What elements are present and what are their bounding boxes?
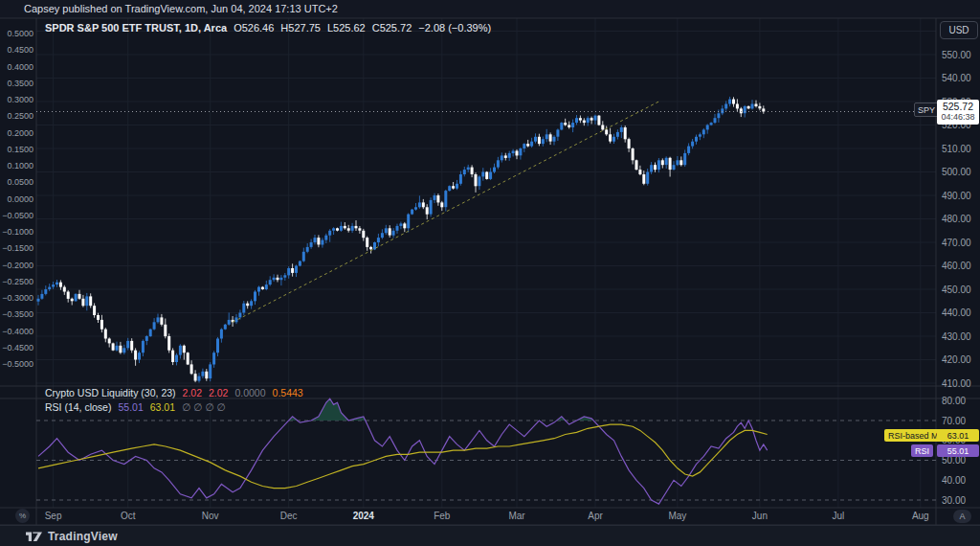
svg-text:Feb: Feb xyxy=(434,511,451,521)
svg-text:0.3000: 0.3000 xyxy=(7,95,33,104)
bar-countdown: 04:46:38 xyxy=(941,112,974,123)
svg-text:510.00: 510.00 xyxy=(942,144,971,154)
svg-text:540.00: 540.00 xyxy=(942,73,971,83)
svg-text:0.3500: 0.3500 xyxy=(7,79,33,88)
svg-text:460.00: 460.00 xyxy=(942,261,971,271)
svg-text:430.00: 430.00 xyxy=(942,331,971,342)
svg-text:500.00: 500.00 xyxy=(942,167,971,177)
svg-text:30.00: 30.00 xyxy=(942,495,966,506)
svg-text:80.00: 80.00 xyxy=(942,396,966,406)
rsi-empty-values: ∅ ∅ ∅ ∅ xyxy=(182,401,225,413)
svg-text:0.4000: 0.4000 xyxy=(7,62,33,72)
symbol-title: SPDR S&P 500 ETF TRUST, 1D, Arca xyxy=(45,22,227,34)
tradingview-logo-icon xyxy=(26,530,42,544)
svg-text:0.4500: 0.4500 xyxy=(7,45,33,55)
symbol-price-flag: SPY xyxy=(914,102,939,117)
candlestick-series xyxy=(37,97,766,383)
rsi-legend-title: RSI (14, close) xyxy=(45,401,111,413)
svg-text:−0.2500: −0.2500 xyxy=(2,277,33,286)
svg-text:Jul: Jul xyxy=(833,511,845,521)
svg-text:−0.2000: −0.2000 xyxy=(2,261,33,270)
svg-text:Nov: Nov xyxy=(202,511,219,521)
svg-text:440.00: 440.00 xyxy=(942,307,971,318)
rsi-overbought-fill xyxy=(38,398,768,504)
rsi-ma-price-label: 63.01 xyxy=(937,429,979,442)
svg-text:−0.4000: −0.4000 xyxy=(2,327,33,336)
svg-text:Oct: Oct xyxy=(121,511,136,521)
pane-borders xyxy=(0,18,980,525)
ohlc-close: C525.72 xyxy=(372,22,412,34)
rsi-label: RSI xyxy=(911,444,933,457)
crypto-value-1: 2.02 xyxy=(183,387,202,398)
chart-canvas[interactable]: 550.00540.00530.00520.00510.00500.00490.… xyxy=(0,0,980,546)
rsi-legend: RSI (14, close) 55.01 63.01 ∅ ∅ ∅ ∅ xyxy=(45,401,225,413)
svg-text:2024: 2024 xyxy=(353,511,375,521)
svg-text:−0.3500: −0.3500 xyxy=(2,309,33,319)
svg-text:0.0000: 0.0000 xyxy=(7,194,33,204)
crypto-value-4: 0.5443 xyxy=(273,387,303,398)
rsi-line xyxy=(38,398,768,504)
svg-text:Dec: Dec xyxy=(280,511,298,521)
last-price-value: 525.72 xyxy=(943,102,973,112)
ohlc-change: −2.08 (−0.39%) xyxy=(418,22,491,34)
svg-text:470.00: 470.00 xyxy=(942,238,971,248)
svg-text:Mar: Mar xyxy=(508,511,525,521)
ohlc-high: H527.75 xyxy=(280,22,321,34)
svg-text:Sep: Sep xyxy=(45,511,62,521)
crypto-value-2: 2.02 xyxy=(209,387,228,398)
svg-text:−0.4500: −0.4500 xyxy=(2,343,33,353)
svg-text:Apr: Apr xyxy=(588,511,603,521)
auto-scale-button[interactable]: A xyxy=(953,510,971,523)
tradingview-brand-text: TradingView xyxy=(48,530,118,543)
symbol-legend: SPDR S&P 500 ETF TRUST, 1D, Arca O526.46… xyxy=(45,22,491,34)
svg-text:490.00: 490.00 xyxy=(942,191,971,201)
published-header: Capsey published on TradingView.com, Jun… xyxy=(24,3,338,14)
rsi-level-lines xyxy=(36,421,936,500)
svg-text:450.00: 450.00 xyxy=(942,284,971,295)
svg-text:0.1000: 0.1000 xyxy=(7,161,33,171)
last-price-label: 525.72 04:46:38 xyxy=(937,100,979,125)
svg-text:420.00: 420.00 xyxy=(942,354,971,365)
rsi-ma-line xyxy=(38,424,768,489)
crypto-liquidity-legend: Crypto USD Liquidity (30, 23) 2.02 2.02 … xyxy=(45,387,303,398)
svg-text:0.2500: 0.2500 xyxy=(7,111,33,121)
tradingview-snapshot: 550.00540.00530.00520.00510.00500.00490.… xyxy=(0,0,980,546)
crypto-legend-title: Crypto USD Liquidity (30, 23) xyxy=(45,387,176,398)
svg-text:−0.3000: −0.3000 xyxy=(2,293,33,303)
currency-usd-button[interactable]: USD xyxy=(940,21,978,39)
svg-text:May: May xyxy=(668,511,686,521)
svg-text:0.5000: 0.5000 xyxy=(7,29,33,38)
svg-text:−0.1000: −0.1000 xyxy=(2,227,33,237)
svg-text:480.00: 480.00 xyxy=(942,214,971,224)
rsi-ma-value: 63.01 xyxy=(150,401,175,413)
svg-text:550.00: 550.00 xyxy=(942,50,971,60)
rsi-current-value: 55.01 xyxy=(118,401,143,413)
rsi-price-label: 55.01 xyxy=(937,444,979,457)
svg-text:−0.5000: −0.5000 xyxy=(2,359,33,369)
price-scale-left[interactable]: 0.50000.45000.40000.35000.30000.25000.20… xyxy=(2,29,33,369)
footer-bar: TradingView xyxy=(0,525,980,546)
svg-text:0.2000: 0.2000 xyxy=(7,128,33,138)
svg-text:0.0500: 0.0500 xyxy=(7,177,33,187)
svg-text:40.00: 40.00 xyxy=(942,475,966,486)
svg-text:Aug: Aug xyxy=(912,511,929,521)
crypto-value-3: 0.0000 xyxy=(234,387,265,398)
time-axis[interactable]: SepOctNovDec2024FebMarAprMayJunJulAug xyxy=(45,511,929,521)
grid-lines xyxy=(36,18,936,508)
svg-text:−0.0500: −0.0500 xyxy=(2,211,33,220)
svg-text:−0.1500: −0.1500 xyxy=(2,243,33,253)
percent-scale-button[interactable]: % xyxy=(15,509,30,523)
svg-text:Jun: Jun xyxy=(752,511,768,521)
ohlc-low: L525.62 xyxy=(327,22,366,34)
svg-text:0.1500: 0.1500 xyxy=(7,145,33,154)
svg-text:70.00: 70.00 xyxy=(942,416,966,426)
ohlc-open: O526.46 xyxy=(234,22,274,34)
svg-text:410.00: 410.00 xyxy=(942,378,971,389)
